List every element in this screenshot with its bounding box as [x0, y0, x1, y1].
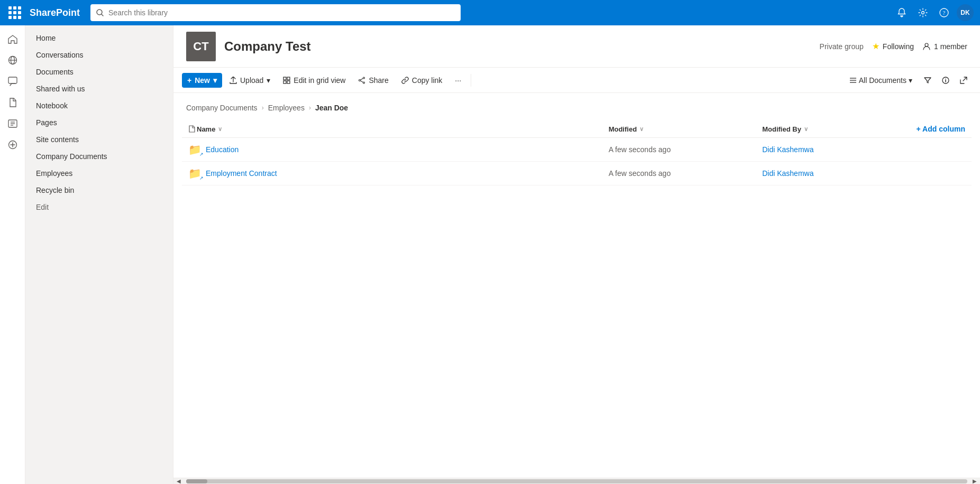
- modified-cell-0: A few seconds ago: [602, 138, 756, 162]
- modifiedby-link-0[interactable]: Didi Kashemwa: [762, 145, 813, 154]
- edit-grid-label: Edit in grid view: [294, 76, 345, 85]
- col-header-name[interactable]: Name ∨: [182, 120, 602, 138]
- expand-button[interactable]: [956, 73, 972, 87]
- upload-button[interactable]: Upload ▾: [224, 73, 276, 88]
- info-button[interactable]: [938, 73, 954, 87]
- breadcrumb-sep2: ›: [309, 104, 311, 111]
- home-rail-icon[interactable]: [3, 30, 22, 49]
- table-row: 📁 ↗ Employment Contract A few seconds ag…: [182, 162, 972, 185]
- notification-icon[interactable]: [893, 4, 910, 21]
- modified-sort-icon: ∨: [639, 126, 644, 133]
- svg-line-24: [361, 78, 363, 80]
- modifiedby-cell-1: Didi Kashemwa: [756, 162, 910, 185]
- modified-text-1: A few seconds ago: [609, 169, 671, 178]
- copy-link-button[interactable]: Copy link: [396, 73, 448, 88]
- user-avatar[interactable]: DK: [957, 4, 974, 21]
- waffle-icon[interactable]: [6, 4, 23, 21]
- sidebar-item-employees[interactable]: Employees: [25, 165, 173, 182]
- sidebar-item-shared-with-us[interactable]: Shared with us: [25, 80, 173, 97]
- modifiedby-cell-0: Didi Kashemwa: [756, 138, 910, 162]
- modified-cell-1: A few seconds ago: [602, 162, 756, 185]
- col-header-modified[interactable]: Modified ∨: [602, 120, 756, 138]
- new-plus-icon: +: [187, 76, 191, 85]
- chat-rail-icon[interactable]: [3, 72, 22, 91]
- scroll-left-button[interactable]: ◀: [173, 478, 184, 485]
- search-input[interactable]: [108, 8, 455, 17]
- breadcrumb-part2[interactable]: Employees: [268, 104, 305, 112]
- sidebar-item-site-contents[interactable]: Site contents: [25, 131, 173, 148]
- info-icon: [942, 77, 949, 84]
- sidebar-item-home[interactable]: Home: [25, 30, 173, 46]
- sidebar-item-company-documents[interactable]: Company Documents: [25, 148, 173, 165]
- more-icon: ···: [455, 76, 461, 85]
- name-cell-1: 📁 ↗ Employment Contract: [182, 162, 602, 185]
- all-docs-button[interactable]: All Documents ▾: [844, 73, 918, 88]
- sidebar-item-conversations[interactable]: Conversations: [25, 46, 173, 63]
- share-indicator-1: ↗: [199, 175, 204, 181]
- name-sort-icon: ∨: [218, 126, 222, 133]
- scroll-track[interactable]: [186, 479, 967, 483]
- share-button[interactable]: Share: [353, 73, 393, 88]
- all-docs-label: All Documents: [859, 76, 906, 85]
- add-column-btn[interactable]: + Add column: [917, 125, 965, 133]
- icon-rail: [0, 25, 25, 484]
- sidebar-item-notebook[interactable]: Notebook: [25, 97, 173, 114]
- toolbar-separator: [471, 74, 471, 87]
- settings-icon[interactable]: [914, 4, 931, 21]
- share-label: Share: [369, 76, 388, 85]
- grid-icon: [283, 77, 290, 84]
- col-header-addcol[interactable]: + Add column: [910, 120, 972, 138]
- svg-rect-17: [283, 77, 286, 80]
- sidebar-item-edit[interactable]: Edit: [25, 199, 173, 216]
- following-label: Following: [883, 42, 914, 51]
- file-table: Name ∨ Modified ∨: [182, 120, 972, 185]
- breadcrumb-part1[interactable]: Company Documents: [186, 104, 258, 112]
- sidebar-item-documents[interactable]: Documents: [25, 63, 173, 80]
- main-layout: Home Conversations Documents Shared with…: [0, 25, 980, 484]
- scroll-right-button[interactable]: ▶: [969, 478, 980, 485]
- table-row: 📁 ↗ Education A few seconds ago Didi Kas…: [182, 138, 972, 162]
- file-name-link-0[interactable]: Education: [206, 145, 239, 154]
- members-label: 1 member: [934, 42, 967, 51]
- file-name-link-1[interactable]: Employment Contract: [206, 169, 277, 178]
- addcol-cell-1: [910, 162, 972, 185]
- svg-rect-8: [8, 77, 17, 83]
- modifiedby-link-1[interactable]: Didi Kashemwa: [762, 169, 813, 178]
- svg-line-25: [361, 80, 363, 82]
- bottom-scrollbar: ◀ ▶: [173, 478, 980, 484]
- add-rail-icon[interactable]: [3, 135, 22, 154]
- filter-button[interactable]: [920, 73, 936, 87]
- new-button[interactable]: + New ▾: [182, 73, 222, 88]
- col-header-modifiedby[interactable]: Modified By ∨: [756, 120, 910, 138]
- sidebar: Home Conversations Documents Shared with…: [25, 25, 173, 484]
- svg-text:?: ?: [943, 10, 946, 16]
- sharepoint-logo: SharePoint: [30, 7, 80, 18]
- all-docs-icon: [849, 77, 857, 84]
- svg-point-31: [945, 78, 946, 79]
- globe-rail-icon[interactable]: [3, 51, 22, 70]
- upload-chevron: ▾: [267, 76, 270, 85]
- following-button[interactable]: ★ Following: [872, 41, 914, 51]
- svg-point-22: [363, 82, 365, 83]
- svg-rect-19: [283, 81, 286, 83]
- help-icon[interactable]: ?: [936, 4, 952, 21]
- more-button[interactable]: ···: [450, 73, 466, 88]
- edit-grid-button[interactable]: Edit in grid view: [278, 73, 351, 88]
- link-icon: [401, 77, 409, 84]
- members-info[interactable]: 1 member: [922, 42, 967, 51]
- all-docs-chevron: ▾: [909, 76, 912, 85]
- svg-point-16: [925, 43, 928, 46]
- doc-rail-icon[interactable]: [3, 93, 22, 112]
- modified-text-0: A few seconds ago: [609, 145, 671, 154]
- file-col-icon: [188, 125, 196, 133]
- star-icon: ★: [872, 41, 880, 51]
- breadcrumb-part3: Jean Doe: [315, 104, 348, 112]
- share-indicator-0: ↗: [199, 152, 204, 157]
- new-chevron-icon: ▾: [213, 76, 217, 85]
- site-title: Company Test: [224, 39, 811, 54]
- modifiedby-sort-icon: ∨: [804, 126, 808, 133]
- svg-rect-20: [287, 81, 290, 83]
- sidebar-item-pages[interactable]: Pages: [25, 114, 173, 131]
- list-rail-icon[interactable]: [3, 114, 22, 133]
- sidebar-item-recycle-bin[interactable]: Recycle bin: [25, 182, 173, 199]
